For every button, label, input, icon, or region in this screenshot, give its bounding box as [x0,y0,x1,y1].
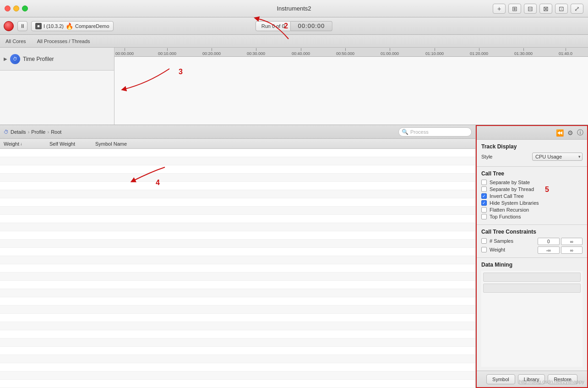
target-label: I (10.3.2) [44,23,64,29]
run-stop-button[interactable] [4,21,14,31]
table-row [0,339,475,347]
mining-row-1 [483,273,581,282]
weight-min-input[interactable] [538,246,560,254]
col-weight-header[interactable]: Weight ↓ [4,141,49,147]
add-button[interactable]: + [493,4,506,14]
breadcrumb-details[interactable]: Details [11,129,26,135]
time-profiler-row[interactable]: ▶ ⏱ Time Profiler [0,48,114,71]
table-row [0,306,475,314]
table-row [0,215,475,223]
ruler-tick-9: 01:30.000 [514,48,533,56]
separate-state-row: Separate by State [481,180,583,185]
gear-icon[interactable]: ⚙ [567,129,573,137]
target-selector[interactable]: ■ I (10.3.2) 🔥 CompareDemo [31,21,114,31]
separate-thread-label[interactable]: Separate by Thread [490,186,534,192]
detail-left: ⏱ Details › Profile › Root 🔍 Process Wei… [0,125,476,388]
table-row [0,223,475,231]
split-v-button[interactable]: ⊠ [539,4,552,14]
flatten-recursion-label[interactable]: Flatten Recursion [490,207,529,213]
table-row [0,174,475,182]
lib-button[interactable]: ⊞ [508,4,521,14]
table-row [0,190,475,198]
table-row [0,363,475,372]
timer-display: 00:00:00 [291,21,333,31]
toolbar-right: + ⊞ ⊟ ⊠ ⊡ ⤢ [493,4,588,14]
clock-icon[interactable]: ⏪ [556,129,564,137]
library-button[interactable]: Library [518,374,545,384]
ruler-tick-4: 00:40.000 [292,48,310,56]
separate-state-label[interactable]: Separate by State [490,180,530,185]
top-functions-row: Top Functions [481,214,583,219]
breadcrumb-profile[interactable]: Profile [31,129,45,135]
samples-checkbox[interactable] [481,238,487,244]
table-row [0,165,475,174]
data-table[interactable] [0,149,475,388]
compare-demo-label: CompareDemo [75,23,109,29]
detail-area: ⏱ Details › Profile › Root 🔍 Process Wei… [0,125,588,388]
table-row [0,380,475,388]
samples-label[interactable]: # Samples [490,238,513,244]
tick-label-8: 01:20.000 [470,51,488,56]
pause-button[interactable]: ⏸ [17,21,27,31]
ruler-tick-2: 00:20.000 [202,48,221,56]
maximize-button[interactable] [22,5,28,11]
weight-max-input[interactable] [561,246,583,254]
hide-system-libs-checkbox[interactable] [481,200,487,206]
constraints-title: Call Tree Constraints [481,229,583,235]
tick-label-9: 01:30.000 [514,51,533,56]
table-row [0,289,475,297]
ruler-line [125,48,125,51]
ruler-line [523,48,524,51]
breadcrumb-root[interactable]: Root [51,129,61,135]
col-symbol-header[interactable]: Symbol Name [95,141,472,147]
weight-label[interactable]: Weight [490,247,505,252]
tick-label-1: 00:10.000 [158,51,176,56]
samples-min-input[interactable] [538,238,560,245]
top-functions-label[interactable]: Top Functions [490,214,521,219]
right-panel-header: ⏪ ⚙ ⓘ [477,126,587,140]
win-button[interactable]: ⊡ [555,4,568,14]
table-row [0,314,475,322]
split-h-button[interactable]: ⊟ [524,4,537,14]
process-search-placeholder[interactable]: Process [410,129,429,135]
samples-max-input[interactable] [561,238,583,245]
instruments-list: ▶ ⏱ Time Profiler [0,48,114,125]
ruler-tick-0: 00:00.000 [115,48,134,56]
ruler-line [167,48,168,51]
restore-button[interactable]: Restore [548,374,577,384]
symbol-button[interactable]: Symbol [486,374,515,384]
weight-checkbox[interactable] [481,247,487,252]
separate-state-checkbox[interactable] [481,180,487,185]
track-display-title: Track Display [481,143,583,150]
style-select[interactable]: CPU Usage [532,153,583,161]
hide-system-libs-label[interactable]: Hide System Libraries [490,200,539,206]
info-icon[interactable]: ⓘ [577,129,583,137]
ruler-line [566,48,566,51]
timeline-area: ▶ ⏱ Time Profiler 00:00.000 00:10 [0,48,588,125]
col-selfweight-header[interactable]: Self Weight [49,141,95,147]
table-row [0,322,475,330]
flatten-recursion-checkbox[interactable] [481,207,487,213]
nav-processes[interactable]: All Processes / Threads [35,38,92,45]
call-tree-section: Call Tree Separate by State Separate by … [477,167,587,225]
close-button[interactable] [5,5,11,11]
run-info: Run 0 of 0 00:00:00 [256,21,332,31]
instrument-icon-symbol: ⏱ [13,56,17,61]
top-functions-checkbox[interactable] [481,214,487,219]
nav-cores[interactable]: All Cores [4,38,28,45]
target-icon: ■ [35,23,42,29]
tick-label-10: 01:40.0 [559,51,572,56]
col-selfweight-label: Self Weight [49,141,75,147]
nav-bar: All Cores All Processes / Threads [0,35,588,48]
invert-call-tree-label[interactable]: Invert Call Tree [490,193,524,199]
table-row [0,347,475,355]
minimize-button[interactable] [13,5,19,11]
data-mining-section: Data Mining [477,258,587,371]
separate-thread-checkbox[interactable] [481,186,487,192]
invert-call-tree-checkbox[interactable] [481,193,487,199]
tick-label-4: 00:40.000 [292,51,310,56]
run-of-selector[interactable]: Run 0 of 0 [256,21,291,31]
table-row [0,355,475,363]
full-button[interactable]: ⤢ [571,4,583,14]
ruler-tick-7: 01:10.000 [425,48,444,56]
